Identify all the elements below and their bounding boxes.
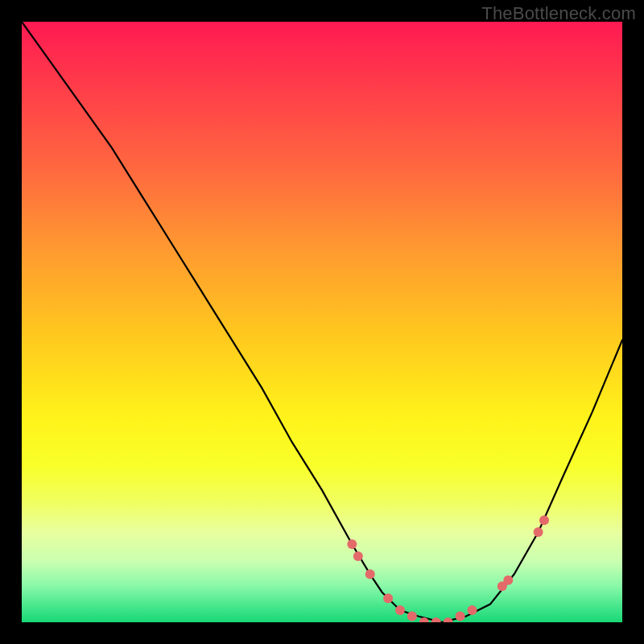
watermark-text: TheBottleneck.com (481, 3, 636, 24)
highlight-dot (347, 539, 357, 549)
plot-area (22, 22, 622, 622)
highlight-dot (456, 612, 465, 621)
highlight-dot (395, 605, 405, 615)
highlight-dot (539, 515, 549, 525)
bottleneck-curve (22, 22, 622, 622)
highlight-dot (383, 593, 393, 603)
highlight-dots (347, 515, 549, 622)
highlight-dot (431, 617, 441, 622)
highlight-dot (444, 617, 453, 622)
curve-layer (22, 22, 622, 622)
highlight-dot (468, 605, 477, 615)
chart-frame: TheBottleneck.com (0, 0, 644, 644)
highlight-dot (407, 612, 417, 621)
highlight-dot (353, 551, 363, 561)
highlight-dot (534, 527, 543, 537)
highlight-dot (503, 576, 513, 585)
highlight-dot (365, 569, 375, 579)
